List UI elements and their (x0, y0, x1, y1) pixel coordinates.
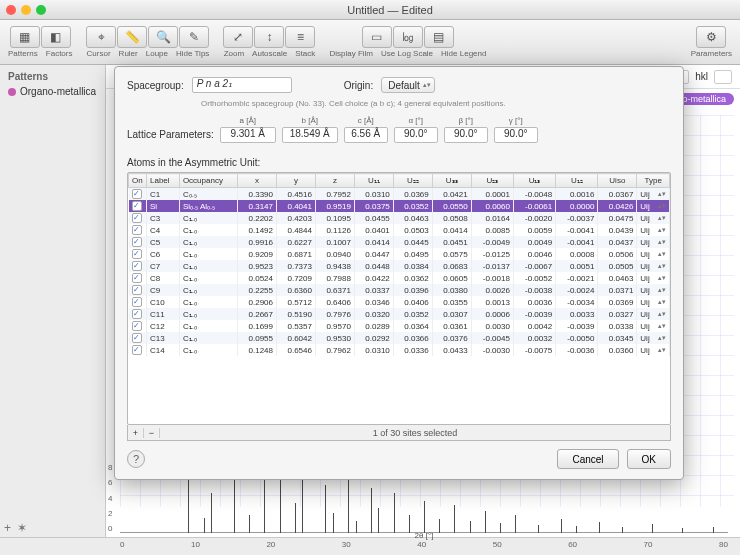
column-header[interactable]: U₂₂ (393, 174, 432, 188)
add-atom-button[interactable]: + (128, 428, 144, 438)
sidebar-action-icon[interactable]: ✶ (17, 521, 27, 535)
hkl-field[interactable] (714, 70, 732, 84)
sidebar: Patterns Organo-metallica + ✶ (0, 65, 106, 537)
sidebar-header: Patterns (0, 69, 105, 84)
table-row[interactable]: ✓C14C₁.₀0.12480.65460.79620.03100.03360.… (129, 344, 670, 356)
row-checkbox[interactable]: ✓ (132, 285, 142, 295)
column-header[interactable]: x (238, 174, 277, 188)
column-header[interactable]: y (277, 174, 316, 188)
stack-button[interactable]: ≡ (285, 26, 315, 48)
column-header[interactable]: U₁₁ (354, 174, 393, 188)
autoscale-button[interactable]: ↕ (254, 26, 284, 48)
ok-button[interactable]: OK (627, 449, 671, 469)
hide-legend-button[interactable]: ▤ (424, 26, 454, 48)
sidebar-item-organo[interactable]: Organo-metallica (0, 84, 105, 99)
hidetips-button[interactable]: ✎ (179, 26, 209, 48)
table-row[interactable]: ✓C12C₁.₀0.16990.53570.95700.02890.03640.… (129, 320, 670, 332)
column-header[interactable]: z (315, 174, 354, 188)
table-row[interactable]: ✓C4C₁.₀0.14920.48440.11260.04010.05030.0… (129, 224, 670, 236)
parameters-button[interactable]: ⚙ (696, 26, 726, 48)
factors-label: Factors (46, 49, 73, 58)
patterns-button[interactable]: ▦ (10, 26, 40, 48)
table-row[interactable]: ✓C5C₁.₀0.99160.62270.10070.04140.04450.0… (129, 236, 670, 248)
lattice-alpha-field[interactable]: 90.0° (394, 127, 438, 143)
column-header[interactable]: Type (637, 174, 670, 188)
column-header[interactable]: Uiso (598, 174, 637, 188)
traffic-lights (6, 5, 46, 15)
patterns-label: Patterns (8, 49, 38, 58)
column-header[interactable]: U₂₃ (471, 174, 513, 188)
row-checkbox[interactable]: ✓ (132, 249, 142, 259)
row-checkbox[interactable]: ✓ (132, 333, 142, 343)
row-checkbox[interactable]: ✓ (132, 309, 142, 319)
lattice-c-field[interactable]: 6.56 Å (344, 127, 388, 143)
column-header[interactable]: U₁₃ (513, 174, 555, 188)
plot-xticks: 01020304050607080 (120, 540, 728, 549)
factors-button[interactable]: ◧ (41, 26, 71, 48)
row-checkbox[interactable]: ✓ (132, 225, 142, 235)
toolbar-group-params: ⚙ Parameters (691, 26, 732, 58)
toolbar: ▦ ◧ PatternsFactors ⌖ 📏 🔍 ✎ CursorRulerL… (0, 20, 740, 65)
row-checkbox[interactable]: ✓ (132, 273, 142, 283)
spacegroup-label: Spacegroup: (127, 80, 184, 91)
row-checkbox[interactable]: ✓ (132, 321, 142, 331)
row-checkbox[interactable]: ✓ (132, 213, 142, 223)
table-row[interactable]: ✓C6C₁.₀0.92090.68710.09400.04470.04950.0… (129, 248, 670, 260)
row-checkbox[interactable]: ✓ (132, 237, 142, 247)
origin-select[interactable]: Default▴▾ (381, 77, 435, 93)
table-row[interactable]: ✓C13C₁.₀0.09550.60420.95300.02920.03660.… (129, 332, 670, 344)
plot-yticks: 02468 (108, 463, 112, 533)
zoom-button[interactable]: ⤢ (223, 26, 253, 48)
spacegroup-note: Orthorhombic spacegroup (No. 33). Cell c… (201, 99, 671, 108)
column-header[interactable]: U₁₂ (556, 174, 598, 188)
table-row[interactable]: ✓SiSi₀.₅ Al₀.₅0.31470.40410.95190.03750.… (129, 200, 670, 212)
ruler-button[interactable]: 📏 (117, 26, 147, 48)
lattice-label: Lattice Parameters: (127, 129, 214, 140)
spacegroup-field[interactable]: P n a 2₁ (192, 77, 292, 93)
zoom-window-icon[interactable] (36, 5, 46, 15)
add-pattern-button[interactable]: + (4, 521, 11, 535)
row-checkbox[interactable]: ✓ (132, 297, 142, 307)
atoms-dialog: Spacegroup: P n a 2₁ Origin: Default▴▾ O… (114, 66, 684, 480)
column-header[interactable]: U₃₃ (432, 174, 471, 188)
cursor-button[interactable]: ⌖ (86, 26, 116, 48)
sidebar-item-label: Organo-metallica (20, 86, 96, 97)
column-header[interactable]: On (129, 174, 147, 188)
lattice-a-field[interactable]: 9.301 Å (220, 127, 276, 143)
toolbar-group-view: ⤢ ↕ ≡ ZoomAutoscaleStack (223, 26, 315, 58)
row-checkbox[interactable]: ✓ (132, 201, 142, 211)
row-checkbox[interactable]: ✓ (132, 261, 142, 271)
table-row[interactable]: ✓C10C₁.₀0.29060.57120.64060.03460.04060.… (129, 296, 670, 308)
table-row[interactable]: ✓C9C₁.₀0.22550.63600.63710.03370.03960.0… (129, 284, 670, 296)
use-log-scale-button[interactable]: ㏒ (393, 26, 423, 48)
atoms-section-header: Atoms in the Asymmetric Unit: (127, 157, 671, 168)
lattice-b-field[interactable]: 18.549 Å (282, 127, 338, 143)
row-checkbox[interactable]: ✓ (132, 189, 142, 199)
table-row[interactable]: ✓C7C₁.₀0.95230.73730.94380.04480.03840.0… (129, 260, 670, 272)
table-row[interactable]: ✓C3C₁.₀0.22020.42030.10950.04550.04630.0… (129, 212, 670, 224)
display-film-button[interactable]: ▭ (362, 26, 392, 48)
minimize-window-icon[interactable] (21, 5, 31, 15)
loupe-button[interactable]: 🔍 (148, 26, 178, 48)
column-header[interactable]: Label (147, 174, 180, 188)
row-checkbox[interactable]: ✓ (132, 345, 142, 355)
atoms-table-footer: + − 1 of 30 sites selected (127, 425, 671, 441)
remove-atom-button[interactable]: − (144, 428, 160, 438)
titlebar: Untitled — Edited (0, 0, 740, 20)
table-row[interactable]: ✓C11C₁.₀0.26670.51900.79760.03200.03520.… (129, 308, 670, 320)
atoms-table-wrap[interactable]: OnLabelOccupancyxyzU₁₁U₂₂U₃₃U₂₃U₁₃U₁₂Uis… (127, 172, 671, 425)
cancel-button[interactable]: Cancel (557, 449, 618, 469)
close-window-icon[interactable] (6, 5, 16, 15)
table-row[interactable]: ✓C8C₁.₀0.05240.72090.79880.04220.03620.0… (129, 272, 670, 284)
toolbar-group-display: ▭ ㏒ ▤ Display FilmUse Log ScaleHide Lege… (329, 26, 486, 58)
atoms-table[interactable]: OnLabelOccupancyxyzU₁₁U₂₂U₃₃U₂₃U₁₃U₁₂Uis… (128, 173, 670, 356)
table-status: 1 of 30 sites selected (160, 428, 670, 438)
plot-x-label: 2θ [°] (120, 531, 728, 540)
column-header[interactable]: Occupancy (179, 174, 237, 188)
help-button[interactable]: ? (127, 450, 145, 468)
table-row[interactable]: ✓C1C₀.₅0.33900.45160.79520.03100.03690.0… (129, 188, 670, 201)
pattern-color-icon (8, 88, 16, 96)
origin-label: Origin: (344, 80, 373, 91)
lattice-gamma-field[interactable]: 90.0° (494, 127, 538, 143)
lattice-beta-field[interactable]: 90.0° (444, 127, 488, 143)
